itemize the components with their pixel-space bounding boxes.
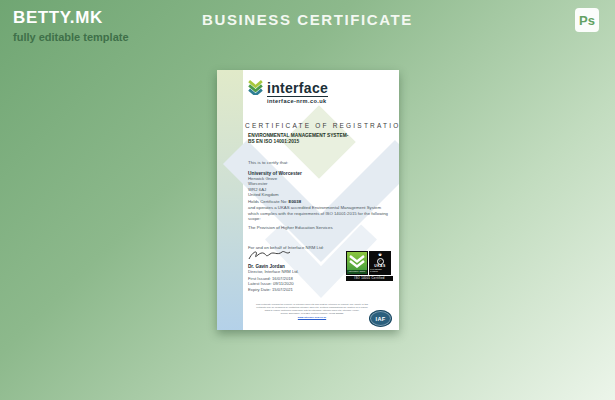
certificate-number-label: Holds Certificate No:	[248, 199, 287, 204]
page-title: BUSINESS CERTIFICATE	[0, 11, 615, 28]
iaf-label: IAF	[376, 316, 386, 322]
accreditation-badges: Interface NRM ♚ ✓ UKAS MANAGEMENT SYSTEM…	[346, 251, 393, 281]
interface-badge-label: Interface NRM	[347, 270, 367, 274]
certificate-body-text: and operates a UKAS accredited Environme…	[248, 205, 388, 222]
certify-label: This is to certify that:	[248, 160, 288, 165]
interface-logo-domain: interface-nrm.co.uk	[267, 98, 328, 104]
chevron-watermark	[217, 70, 399, 330]
scope-text: The Provision of Higher Education Servic…	[248, 225, 333, 230]
ukas-badge: ♚ ✓ UKAS MANAGEMENT SYSTEMS	[369, 251, 391, 275]
brand-tagline: fully editable template	[13, 31, 129, 43]
scheme-line2: BS EN ISO 14001:2015	[248, 139, 348, 145]
company-block: University of Worcester Henwick Grove Wo…	[248, 171, 302, 197]
photoshop-icon-label: Ps	[579, 13, 595, 28]
interface-badge-chevron-icon	[347, 254, 367, 268]
interface-logo-text: interface	[267, 82, 328, 97]
interface-chevron-icon	[247, 79, 264, 95]
certificate-number-line: Holds Certificate No: E0038	[248, 199, 301, 204]
expiry-date: Expiry Date: 15/07/2021	[248, 287, 294, 292]
crown-icon: ♚	[378, 253, 382, 258]
signature-script	[246, 248, 292, 263]
iso-certified-bar: ISO 14001 Certified	[346, 276, 393, 281]
company-address-line: United Kingdom	[248, 192, 302, 197]
iaf-badge: IAF	[369, 310, 392, 327]
fine-print-line: Telford, Shropshire, TF3 3BJ, United Kin…	[245, 312, 379, 315]
certificate-document: interface interface-nrm.co.uk CERTIFICAT…	[217, 70, 399, 330]
date-block: First Issued: 16/07/2018 Latest Issue: 0…	[248, 276, 294, 292]
certificate-heading: CERTIFICATE OF REGISTRATION	[245, 122, 393, 129]
scheme-title: ENVIRONMENTAL MANAGEMENT SYSTEM- BS EN I…	[248, 133, 348, 145]
signatory-title: Director, Interface NRM Ltd.	[248, 269, 299, 274]
photoshop-icon: Ps	[575, 8, 599, 32]
interface-logo: interface interface-nrm.co.uk	[247, 79, 328, 104]
certificate-number-value: E0038	[289, 199, 301, 204]
ukas-sublabel: MANAGEMENT SYSTEMS	[370, 269, 390, 273]
template-preview: BETTY.MK fully editable template BUSINES…	[0, 0, 615, 400]
website-link[interactable]: www.interface-nrm.co.uk	[245, 316, 379, 319]
interface-badge: Interface NRM	[346, 251, 368, 275]
fine-print: This certificate remains the property of…	[245, 303, 379, 319]
